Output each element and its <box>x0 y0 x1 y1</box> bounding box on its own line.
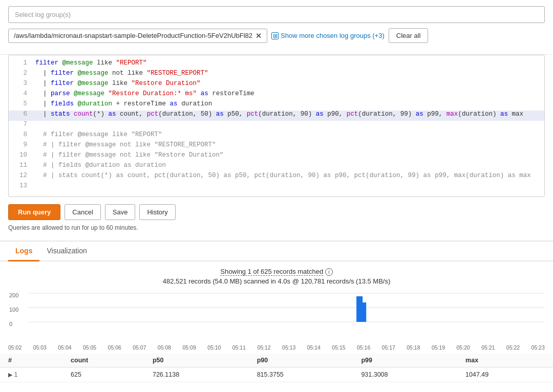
chart-container: 200 100 0 <box>0 287 553 343</box>
log-group-tag: /aws/lambda/micronaut-snapstart-sample-D… <box>8 29 267 43</box>
col-p50: p50 <box>144 354 249 367</box>
show-more-label: Show more chosen log groups (+3) <box>281 32 385 39</box>
code-line: 8 # filter @message like "REPORT" <box>9 131 544 141</box>
log-group-tag-label: /aws/lambda/micronaut-snapstart-sample-D… <box>14 32 252 39</box>
col-max: max <box>457 354 553 367</box>
scan-info: 482,521 records (54.0 MB) scanned in 4.0… <box>8 277 545 285</box>
log-group-select[interactable]: Select log group(s) <box>8 6 545 23</box>
action-buttons: Run query Cancel Save History <box>0 197 553 224</box>
code-line: 5 | fields @duration + restoreTime as du… <box>9 100 544 111</box>
plus-icon: ⊞ <box>271 32 279 39</box>
history-button[interactable]: History <box>139 204 175 220</box>
cell-p50: 726.1138 <box>144 367 249 382</box>
code-line: 1 filter @message like "REPORT" <box>9 59 544 70</box>
row-expander-icon[interactable]: ▶ <box>8 372 12 378</box>
svg-rect-4 <box>360 302 366 322</box>
code-line: 10 # | filter @message not like "Restore… <box>9 151 544 162</box>
col-p90: p90 <box>249 354 353 367</box>
tab-logs[interactable]: Logs <box>8 242 39 262</box>
y-label-100: 100 <box>9 307 18 313</box>
row-expander-cell[interactable]: ▶ 1 <box>0 367 62 382</box>
stats-bar: Showing 1 of 625 records matched i 482,5… <box>0 262 553 287</box>
code-line: 7 <box>9 121 544 131</box>
col-count: count <box>62 354 144 367</box>
y-label-0: 0 <box>9 321 12 327</box>
tab-visualization[interactable]: Visualization <box>39 242 94 262</box>
results-table: # count p50 p90 p99 max ▶ 1 625 726.1138… <box>0 354 553 382</box>
cell-max: 1047.49 <box>457 367 553 382</box>
chart-svg <box>29 292 545 329</box>
chart-xaxis: 05:02 05:03 05:04 05:05 05:06 05:07 05:0… <box>0 343 553 351</box>
clear-all-button[interactable]: Clear all <box>389 28 429 43</box>
code-line: 6 | stats count(*) as count, pct(duratio… <box>9 111 544 121</box>
y-label-200: 200 <box>9 292 18 298</box>
cell-p99: 931.3008 <box>353 367 457 382</box>
info-icon[interactable]: i <box>325 268 333 276</box>
code-line: 4 | parse @message "Restore Duration:* m… <box>9 90 544 100</box>
query-note: Queries are allowed to run for up to 60 … <box>0 224 553 236</box>
query-editor[interactable]: 1 filter @message like "REPORT" 2 | filt… <box>8 55 545 197</box>
cancel-button[interactable]: Cancel <box>65 204 100 220</box>
code-line: 13 <box>9 182 544 192</box>
tabs-row: Logs Visualization <box>0 242 553 262</box>
save-button[interactable]: Save <box>105 204 136 220</box>
code-line: 3 | filter @message like "Restore Durati… <box>9 80 544 90</box>
row-number: 1 <box>14 371 17 378</box>
cell-count: 625 <box>62 367 144 382</box>
tag-close-icon[interactable]: ✕ <box>256 32 262 40</box>
table-header-row: # count p50 p90 p99 max <box>0 354 553 367</box>
show-more-link[interactable]: ⊞ Show more chosen log groups (+3) <box>271 32 385 39</box>
logs-section: Logs Visualization Showing 1 of 625 reco… <box>0 241 553 382</box>
cell-p90: 815.3755 <box>249 367 353 382</box>
code-lines: 1 filter @message like "REPORT" 2 | filt… <box>9 55 544 197</box>
code-line: 9 # | filter @message not like "RESTORE_… <box>9 141 544 151</box>
col-p99: p99 <box>353 354 457 367</box>
code-line: 11 # | fields @duration as duration <box>9 162 544 172</box>
run-query-button[interactable]: Run query <box>8 204 60 220</box>
code-line: 2 | filter @message not like "RESTORE_RE… <box>9 70 544 80</box>
table-row[interactable]: ▶ 1 625 726.1138 815.3755 931.3008 1047.… <box>0 367 553 382</box>
col-hash: # <box>0 354 62 367</box>
records-matched: Showing 1 of 625 records matched i <box>8 268 545 276</box>
code-line: 12 # | stats count(*) as count, pct(dura… <box>9 172 544 182</box>
